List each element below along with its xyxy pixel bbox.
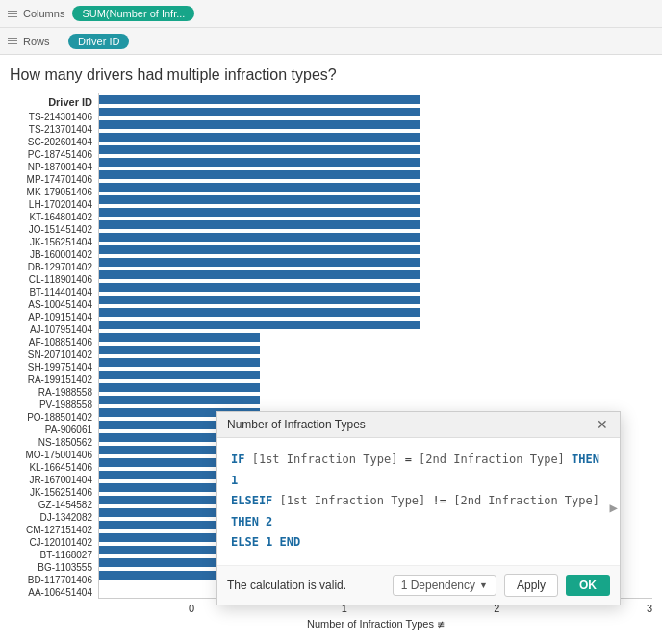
calculation-modal: Number of Infraction Types ✕ IF [1st Inf… — [216, 411, 621, 605]
bar — [99, 183, 420, 192]
bar — [99, 383, 260, 392]
bar-row — [99, 344, 652, 356]
y-axis-driver-label: DB-129701402 — [10, 261, 98, 273]
y-axis-driver-label: DJ-1342082 — [10, 511, 98, 524]
field-2nd-type-2: [2nd Infraction Type] — [453, 494, 599, 507]
formula-line-3: ELSE 1 END — [231, 532, 606, 554]
y-axis-driver-label: LH-170201404 — [10, 198, 98, 211]
y-axis-driver-label: KL-166451406 — [10, 461, 98, 474]
y-axis-driver-label: TS-213701404 — [10, 123, 98, 136]
bar — [99, 358, 260, 367]
y-axis-driver-label: MP-174701406 — [10, 173, 98, 186]
bar-row — [99, 231, 652, 244]
bar-row — [99, 244, 652, 256]
y-axis-driver-label: BT-1168027 — [10, 549, 98, 561]
bar-row — [99, 168, 652, 181]
y-axis: Driver ID TS-214301406TS-213701404SC-202… — [10, 93, 98, 599]
y-axis-driver-label: SN-207101402 — [10, 348, 98, 361]
bar — [99, 208, 420, 217]
bar-row — [99, 118, 652, 131]
bar — [99, 145, 420, 154]
bar-row — [99, 219, 652, 231]
bar-row — [99, 356, 652, 369]
y-axis-driver-label: BT-114401404 — [10, 286, 98, 298]
rows-row: Rows Driver ID — [0, 27, 662, 54]
apply-button[interactable]: Apply — [504, 574, 558, 597]
toolbar: Columns SUM(Number of Infr... Rows Drive… — [0, 0, 662, 55]
bar — [99, 158, 420, 167]
bar-row — [99, 281, 652, 294]
columns-grip-icon — [8, 11, 17, 17]
y-axis-driver-label: JO-151451402 — [10, 223, 98, 236]
bar — [99, 120, 420, 129]
y-axis-driver-label: BD-117701406 — [10, 574, 98, 586]
columns-pill[interactable]: SUM(Number of Infr... — [72, 6, 194, 21]
y-axis-driver-label: MK-179051406 — [10, 186, 98, 198]
rows-label: Rows — [8, 36, 61, 47]
y-axis-driver-label: PV-1988558 — [10, 399, 98, 411]
y-axis-header: Driver ID — [10, 93, 98, 111]
y-axis-driver-label: SC-202601404 — [10, 136, 98, 148]
y-axis-driver-label: PO-188501402 — [10, 411, 98, 424]
bar — [99, 396, 260, 404]
bar — [99, 346, 260, 354]
bar — [99, 233, 420, 242]
y-axis-driver-label: AA-106451404 — [10, 586, 98, 599]
y-axis-driver-label: AS-100451404 — [10, 298, 98, 311]
y-axis-driver-label: PA-906061 — [10, 424, 98, 436]
kw-elseif: ELSEIF — [231, 494, 272, 507]
formula-line-1: IF [1st Infraction Type] = [2nd Infracti… — [231, 450, 606, 491]
kw-then-2: THEN 2 — [231, 515, 272, 528]
y-axis-driver-label: KT-164801402 — [10, 211, 98, 223]
bar-row — [99, 143, 652, 156]
y-axis-driver-label: GZ-1454582 — [10, 499, 98, 511]
chevron-down-icon: ▼ — [479, 580, 488, 590]
bar-row — [99, 193, 652, 206]
y-axis-driver-label: JK-156251404 — [10, 236, 98, 248]
rows-pill[interactable]: Driver ID — [68, 34, 129, 49]
y-axis-driver-label: AF-108851406 — [10, 336, 98, 348]
y-axis-driver-label: JR-167001404 — [10, 474, 98, 486]
bar — [99, 133, 420, 142]
y-axis-driver-label: CJ-120101402 — [10, 536, 98, 549]
bar-row — [99, 269, 652, 281]
columns-label: Columns — [8, 8, 64, 19]
bar-row — [99, 93, 652, 106]
bar — [99, 371, 260, 379]
bar-row — [99, 369, 652, 381]
bar — [99, 245, 420, 254]
bar-row — [99, 256, 652, 269]
bar-row — [99, 156, 652, 168]
validation-status: The calculation is valid. — [227, 579, 385, 592]
y-axis-driver-label: NS-1850562 — [10, 436, 98, 449]
formula-line-2: ELSEIF [1st Infraction Type] != [2nd Inf… — [231, 491, 606, 532]
y-axis-driver-label: CM-127151402 — [10, 524, 98, 536]
columns-row: Columns SUM(Number of Infr... — [0, 0, 662, 27]
modal-title: Number of Infraction Types — [227, 418, 587, 431]
y-axis-driver-label: MO-175001406 — [10, 449, 98, 461]
modal-close-button[interactable]: ✕ — [595, 418, 610, 431]
modal-header: Number of Infraction Types ✕ — [217, 412, 620, 438]
bar — [99, 220, 420, 229]
scroll-indicator: ▶ — [610, 496, 618, 520]
x-tick: 3 — [647, 603, 652, 614]
bar-row — [99, 331, 652, 344]
bar-row — [99, 306, 652, 319]
ok-button[interactable]: OK — [566, 575, 610, 596]
y-axis-driver-label: RA-1988558 — [10, 386, 98, 399]
bar — [99, 333, 260, 342]
field-1st-type-1: [1st Infraction Type] — [252, 452, 398, 466]
bar-row — [99, 381, 652, 394]
dependency-button[interactable]: 1 Dependency ▼ — [393, 575, 496, 596]
bar-row — [99, 206, 652, 219]
y-axis-driver-label: RA-199151402 — [10, 374, 98, 386]
y-axis-driver-label: AP-109151404 — [10, 311, 98, 323]
bar-row — [99, 181, 652, 193]
bar — [99, 308, 420, 317]
bar — [99, 283, 420, 292]
y-axis-driver-label: AJ-107951404 — [10, 323, 98, 336]
bar-row — [99, 131, 652, 143]
x-tick: 0 — [189, 603, 194, 614]
y-axis-driver-label: PC-187451406 — [10, 148, 98, 161]
rows-grip-icon — [8, 38, 17, 44]
